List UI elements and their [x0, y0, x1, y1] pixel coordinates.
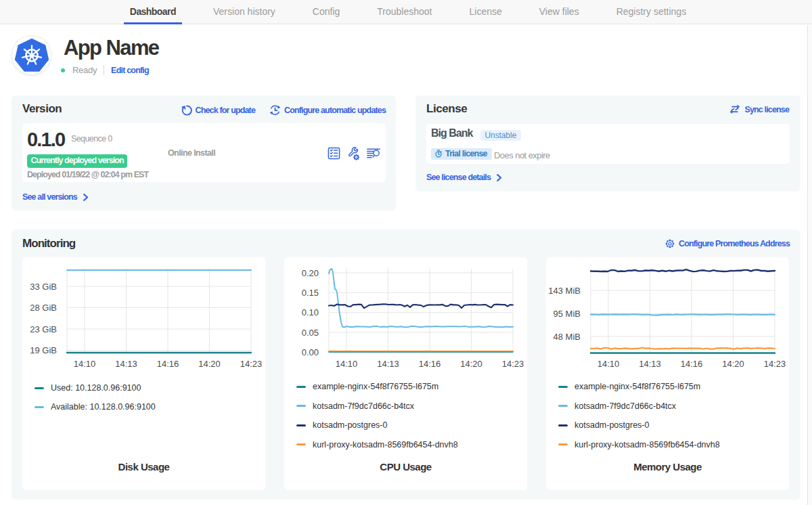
svg-text:14:13: 14:13 — [639, 359, 661, 369]
svg-text:14:23: 14:23 — [502, 359, 524, 369]
svg-text:0.15: 0.15 — [302, 288, 319, 298]
svg-text:14:16: 14:16 — [419, 359, 441, 369]
svg-text:19 GiB: 19 GiB — [30, 345, 57, 355]
svg-text:48 MiB: 48 MiB — [554, 332, 581, 342]
svg-text:0.10: 0.10 — [302, 307, 319, 317]
svg-text:14:10: 14:10 — [336, 359, 358, 369]
svg-text:14:16: 14:16 — [681, 359, 703, 369]
svg-text:14:16: 14:16 — [157, 359, 179, 369]
svg-text:14:20: 14:20 — [198, 359, 221, 369]
svg-text:0.00: 0.00 — [302, 347, 319, 357]
svg-text:0.20: 0.20 — [302, 268, 319, 278]
svg-text:14:23: 14:23 — [240, 359, 263, 369]
svg-text:14:10: 14:10 — [597, 359, 620, 369]
svg-text:14:23: 14:23 — [764, 359, 786, 369]
svg-text:14:20: 14:20 — [460, 359, 482, 369]
svg-text:14:20: 14:20 — [722, 359, 744, 369]
svg-text:33 GiB: 33 GiB — [30, 282, 57, 292]
svg-text:28 GiB: 28 GiB — [30, 303, 57, 313]
svg-text:14:13: 14:13 — [377, 359, 399, 369]
svg-text:23 GiB: 23 GiB — [30, 324, 57, 334]
svg-text:95 MiB: 95 MiB — [554, 309, 581, 319]
svg-text:143 MiB: 143 MiB — [548, 286, 581, 296]
svg-text:14:13: 14:13 — [115, 359, 137, 369]
svg-text:0.05: 0.05 — [302, 328, 319, 338]
svg-text:14:10: 14:10 — [74, 359, 96, 369]
